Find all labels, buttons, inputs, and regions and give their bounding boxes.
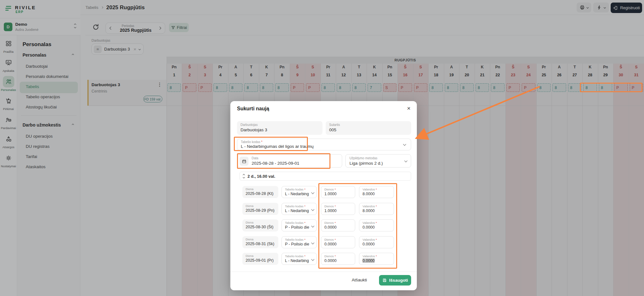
field-value: 2025-08-30 (Št): [246, 225, 274, 229]
field-value: 1.0000: [324, 192, 336, 196]
method-field-value: Liga (pirmos 2 d.): [349, 161, 383, 166]
contract-field-value: 005: [329, 127, 336, 132]
modal-title: Sukurti naują: [237, 106, 269, 112]
field-label: Valandos *: [363, 188, 377, 191]
employee-field-label: Darbuotojas: [241, 123, 258, 127]
calendar-icon[interactable]: [240, 157, 248, 166]
save-icon: [382, 278, 387, 283]
row4-dienos-field[interactable]: Dienos *0.0000: [321, 236, 355, 248]
field-value: L - Nedarbing: [285, 258, 309, 263]
row5-diena-field: Diena2025-09-01 (Pr): [242, 253, 278, 265]
field-value: P - Poilsio die: [285, 225, 309, 230]
contract-field-label: Sutartis: [329, 123, 340, 127]
field-label: Diena: [246, 254, 254, 258]
field-value: 2025-09-01 (Pr): [246, 258, 274, 263]
field-value: 8.0000: [363, 209, 375, 213]
code-field-value: L - Nedarbingumas dėl ligos ar traumų: [241, 144, 314, 149]
field-value: 8.0000: [363, 192, 375, 196]
row1-valandos-field[interactable]: Valandos *8.0000: [359, 186, 394, 198]
row4-diena-field: Diena2025-08-31 (Sk): [242, 236, 278, 248]
field-value: L - Nedarbing: [285, 209, 309, 213]
row3-kodas-field[interactable]: Tabelio kodas *P - Poilsio die: [281, 219, 317, 231]
fill-method-select[interactable]: Užpildymo metodas Liga (pirmos 2 d.): [345, 154, 411, 168]
field-label: Valandos *: [363, 254, 377, 258]
field-value: 0.0000: [324, 225, 336, 230]
field-label: Valandos *: [363, 238, 377, 241]
save-button[interactable]: Išsaugoti: [379, 275, 411, 286]
app-root: RIVILE ERP D Demo Aušra Juodienė Pradžia…: [0, 0, 644, 296]
field-label: Diena: [246, 204, 254, 208]
row-code-dropdown-icon[interactable]: [311, 208, 315, 211]
code-dropdown-icon[interactable]: [403, 143, 406, 146]
field-label: Diena: [246, 187, 254, 191]
date-field-value: 2025-08-28 - 2025-09-01: [252, 161, 299, 166]
field-label: Tabelio kodas *: [285, 238, 305, 241]
row5-dienos-field[interactable]: Dienos *0.0000: [321, 253, 355, 265]
date-range-field[interactable]: Data 2025-08-28 - 2025-09-01: [237, 154, 342, 168]
field-label: Dienos *: [324, 204, 336, 208]
field-label: Diena: [246, 237, 254, 241]
field-value: 0.0000: [363, 225, 375, 230]
row2-valandos-field[interactable]: Valandos *8.0000: [359, 203, 394, 215]
summary-bar: 2 d., 16.00 val.: [240, 172, 411, 181]
field-value: 0.0000: [324, 242, 336, 246]
field-value: 0.0000: [324, 258, 336, 263]
field-value: 1.0000: [324, 209, 336, 213]
field-label: Dienos *: [324, 188, 336, 191]
row4-valandos-field[interactable]: Valandos *0.0000: [359, 236, 394, 248]
row2-kodas-field[interactable]: Tabelio kodas *L - Nedarbing: [281, 203, 317, 215]
field-label: Tabelio kodas *: [285, 254, 305, 258]
row1-kodas-field[interactable]: Tabelio kodas *L - Nedarbing: [281, 186, 317, 198]
row-code-dropdown-icon[interactable]: [311, 224, 315, 228]
row5-kodas-field[interactable]: Tabelio kodas *L - Nedarbing: [281, 253, 317, 265]
method-field-label: Užpildymo metodas: [349, 156, 377, 160]
field-label: Tabelio kodas *: [285, 204, 305, 208]
field-label: Dienos *: [324, 254, 336, 258]
field-value: 0.0000: [363, 242, 375, 246]
row-code-dropdown-icon[interactable]: [311, 241, 315, 244]
row3-dienos-field[interactable]: Dienos *0.0000: [321, 219, 355, 231]
field-value: 0.0000: [363, 258, 375, 263]
row5-valandos-field[interactable]: Valandos *0.0000: [359, 253, 394, 265]
employee-field-value: Darbuotojas 3: [241, 127, 267, 132]
row2-dienos-field[interactable]: Dienos *1.0000: [321, 203, 355, 215]
close-icon[interactable]: ×: [407, 105, 410, 112]
date-field-label: Data: [252, 156, 258, 160]
field-label: Dienos *: [324, 238, 336, 241]
field-value: L - Nedarbing: [285, 192, 309, 196]
row1-diena-field: Diena2025-08-28 (Kt): [242, 186, 278, 198]
field-label: Dienos *: [324, 221, 336, 224]
field-value: 2025-08-31 (Sk): [246, 242, 274, 246]
row-code-dropdown-icon[interactable]: [311, 191, 315, 194]
field-value: 2025-08-28 (Kt): [246, 191, 274, 196]
method-dropdown-icon[interactable]: [404, 159, 408, 162]
employee-field: Darbuotojas Darbuotojas 3: [237, 121, 322, 135]
divider: [230, 272, 417, 272]
row4-kodas-field[interactable]: Tabelio kodas *P - Poilsio die: [281, 236, 317, 248]
row-code-dropdown-icon[interactable]: [311, 258, 315, 261]
field-label: Tabelio kodas *: [285, 188, 305, 191]
row3-diena-field: Diena2025-08-30 (Št): [242, 219, 278, 231]
row1-dienos-field[interactable]: Dienos *1.0000: [321, 186, 355, 198]
save-label: Išsaugoti: [389, 278, 408, 283]
field-value: P - Poilsio die: [285, 242, 309, 246]
contract-field: Sutartis 005: [326, 121, 411, 135]
timesheet-code-select[interactable]: Tabelio kodas * L - Nedarbingumas dėl li…: [237, 139, 411, 150]
row2-diena-field: Diena2025-08-29 (Pn): [242, 203, 278, 215]
field-label: Tabelio kodas *: [285, 221, 305, 224]
sort-icon[interactable]: [243, 174, 245, 178]
row3-valandos-field[interactable]: Valandos *0.0000: [359, 219, 394, 231]
summary-text: 2 d., 16.00 val.: [247, 174, 275, 179]
field-label: Valandos *: [363, 221, 377, 224]
cancel-button[interactable]: Atšaukti: [348, 275, 371, 285]
field-label: Diena: [246, 221, 254, 224]
field-label: Valandos *: [363, 204, 377, 208]
create-new-modal: Sukurti naują × Darbuotojas Darbuotojas …: [230, 101, 417, 290]
field-value: 2025-08-29 (Pn): [246, 208, 275, 213]
code-field-label: Tabelio kodas *: [241, 140, 262, 144]
